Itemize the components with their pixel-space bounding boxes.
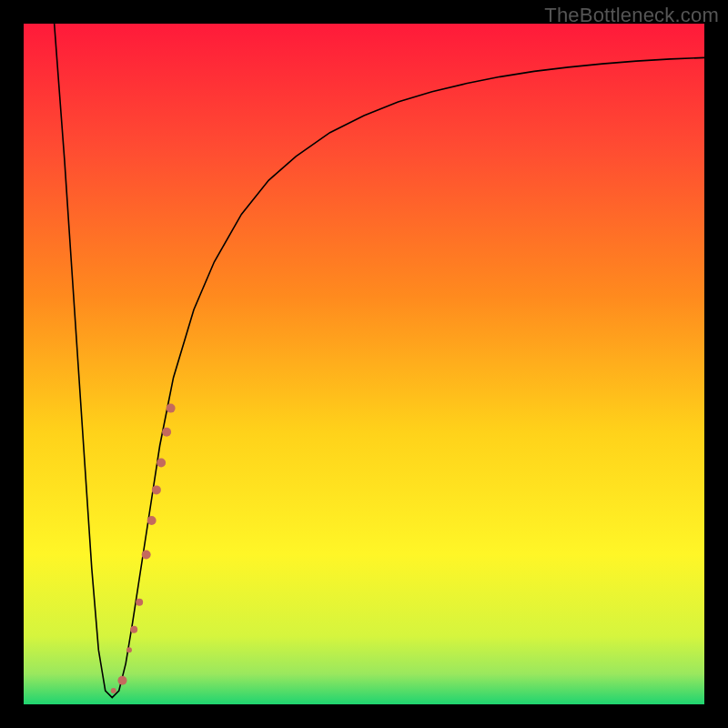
data-point	[126, 647, 132, 652]
chart-svg	[24, 24, 704, 704]
data-point	[167, 404, 176, 413]
data-point	[136, 599, 143, 606]
data-point	[142, 550, 151, 559]
chart-frame: TheBottleneck.com	[0, 0, 728, 728]
data-point	[162, 428, 171, 437]
gradient-background	[24, 24, 704, 704]
data-point	[130, 626, 137, 633]
data-point	[157, 458, 166, 467]
data-point	[152, 485, 161, 494]
data-point	[117, 676, 126, 685]
data-point	[111, 688, 116, 693]
data-point	[147, 516, 157, 525]
watermark-text: TheBottleneck.com	[544, 4, 719, 27]
plot-area	[24, 24, 704, 704]
